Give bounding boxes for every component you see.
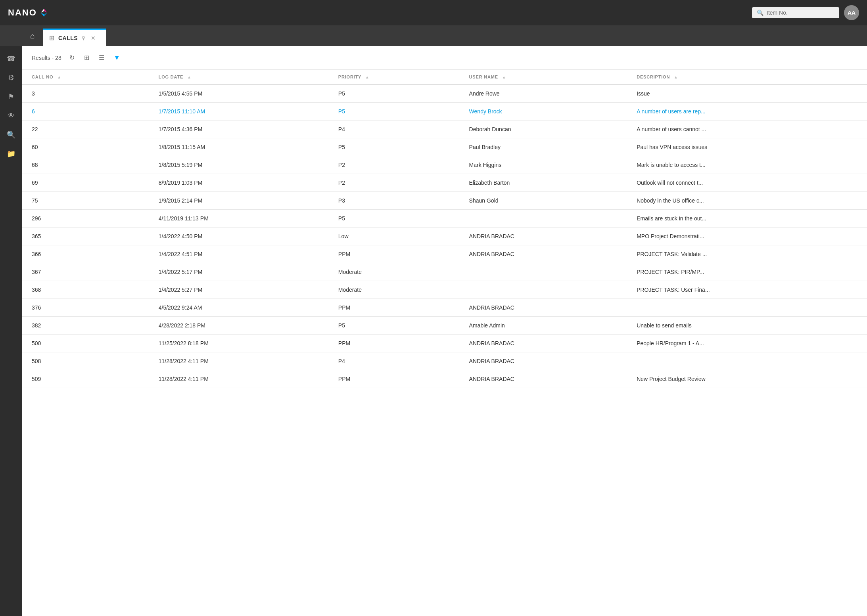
cell-log-date: 1/4/2022 4:50 PM [149,228,329,245]
cell-log-date: 11/25/2022 8:18 PM [149,335,329,352]
cell-priority: PPM [329,370,460,388]
cell-user-name: ANDRIA BRADAC [460,228,627,245]
cell-call-no: 365 [22,228,149,245]
table-row[interactable]: 61/7/2015 11:10 AMP5Wendy BrockA number … [22,103,867,121]
view-grid-button[interactable]: ⊞ [82,52,91,63]
results-label: Results - 28 [32,55,61,61]
table-row[interactable]: 698/9/2019 1:03 PMP2Elizabeth BartonOutl… [22,174,867,192]
sort-priority-icon: ▲ [365,75,370,79]
cell-log-date: 8/9/2019 1:03 PM [149,174,329,192]
sidebar-item-folder[interactable]: 📁 [3,146,19,162]
table-row[interactable]: 3671/4/2022 5:17 PMModeratePROJECT TASK:… [22,263,867,281]
cell-priority: P5 [329,138,460,156]
logo-icon [38,7,50,18]
sort-user-name-icon: ▲ [502,75,506,79]
search-input[interactable] [767,10,834,16]
col-call-no[interactable]: CALL NO ▲ [22,70,149,84]
svg-marker-0 [44,9,47,13]
cell-log-date: 1/4/2022 5:17 PM [149,263,329,281]
phone-icon: ☎ [7,54,15,63]
table-row[interactable]: 221/7/2015 4:36 PMP4Deborah DuncanA numb… [22,121,867,138]
cell-priority: Moderate [329,281,460,299]
cell-user-name: Wendy Brock [460,103,627,121]
sidebar-item-calls[interactable]: ☎ [3,51,19,67]
cell-user-name: ANDRIA BRADAC [460,245,627,263]
svg-marker-1 [41,9,44,13]
table-row[interactable]: 3681/4/2022 5:27 PMModeratePROJECT TASK:… [22,281,867,299]
cell-log-date: 11/28/2022 4:11 PM [149,370,329,388]
logo-text: NANO [8,8,37,18]
table-row[interactable]: 601/8/2015 11:15 AMP5Paul BradleyPaul ha… [22,138,867,156]
table-row[interactable]: 681/8/2015 5:19 PMP2Mark HigginsMark is … [22,156,867,174]
col-log-date[interactable]: LOG DATE ▲ [149,70,329,84]
table-row[interactable]: 31/5/2015 4:55 PMP5Andre RoweIssue [22,84,867,103]
table-row[interactable]: 50911/28/2022 4:11 PMPPMANDRIA BRADACNew… [22,370,867,388]
table-row[interactable]: 3651/4/2022 4:50 PMLowANDRIA BRADACMPO P… [22,228,867,245]
eye-icon: 👁 [8,112,15,120]
cell-log-date: 1/7/2015 11:10 AM [149,103,329,121]
table-row[interactable]: 50811/28/2022 4:11 PMP4ANDRIA BRADAC [22,352,867,370]
pin-icon[interactable]: ⚲ [82,35,85,41]
cell-priority: P5 [329,317,460,335]
cell-log-date: 1/8/2015 11:15 AM [149,138,329,156]
filter-button[interactable]: ▼ [112,53,122,63]
table-row[interactable]: 50011/25/2022 8:18 PMPPMANDRIA BRADACPeo… [22,335,867,352]
cell-user-name [460,281,627,299]
table-row[interactable]: 3764/5/2022 9:24 AMPPMANDRIA BRADAC [22,299,867,317]
cell-log-date: 1/9/2015 2:14 PM [149,192,329,210]
cell-description: PROJECT TASK: PIR/MP... [627,263,867,281]
cell-user-name: Amable Admin [460,317,627,335]
cell-user-name: ANDRIA BRADAC [460,335,627,352]
cell-call-no: 60 [22,138,149,156]
cell-priority: P5 [329,210,460,228]
cell-call-no: 368 [22,281,149,299]
cell-description [627,352,867,370]
table-row[interactable]: 3824/28/2022 2:18 PMP5Amable AdminUnable… [22,317,867,335]
sidebar: ☎ ⚙ ⚑ 👁 🔍 📁 [0,46,22,616]
cell-description: Mark is unable to access t... [627,156,867,174]
table-row[interactable]: 3661/4/2022 4:51 PMPPMANDRIA BRADACPROJE… [22,245,867,263]
cell-user-name [460,210,627,228]
cell-priority: Moderate [329,263,460,281]
cell-description: Issue [627,84,867,103]
col-description[interactable]: DESCRIPTION ▲ [627,70,867,84]
cell-description: Unable to send emails [627,317,867,335]
svg-marker-3 [44,13,47,17]
col-user-name[interactable]: USER NAME ▲ [460,70,627,84]
calls-tab[interactable]: ⊞ CALLS ⚲ ✕ [43,29,106,46]
cell-user-name: Elizabeth Barton [460,174,627,192]
logo: NANO [8,7,50,18]
cell-priority: PPM [329,299,460,317]
home-tab[interactable]: ⌂ [22,25,43,46]
main-content: Results - 28 ↻ ⊞ ☰ ▼ CALL NO ▲ LOG DATE … [22,46,867,616]
search-box[interactable]: 🔍 [752,7,839,18]
cell-call-no: 367 [22,263,149,281]
cell-user-name: Andre Rowe [460,84,627,103]
sidebar-item-view[interactable]: 👁 [3,108,19,124]
sidebar-item-search[interactable]: 🔍 [3,127,19,143]
cell-user-name: Deborah Duncan [460,121,627,138]
cell-priority: PPM [329,245,460,263]
avatar[interactable]: AA [844,5,859,20]
flag-icon: ⚑ [8,92,14,101]
sidebar-item-flags[interactable]: ⚑ [3,89,19,105]
cell-priority: Low [329,228,460,245]
cell-priority: P5 [329,84,460,103]
cell-description: Paul has VPN access issues [627,138,867,156]
cell-priority: P2 [329,156,460,174]
refresh-button[interactable]: ↻ [68,52,76,63]
table-row[interactable]: 2964/11/2019 11:13 PMP5Emails are stuck … [22,210,867,228]
sidebar-item-settings[interactable]: ⚙ [3,70,19,86]
table-header: CALL NO ▲ LOG DATE ▲ PRIORITY ▲ USER NAM… [22,70,867,84]
cell-call-no: 69 [22,174,149,192]
table-row[interactable]: 751/9/2015 2:14 PMP3Shaun GoldNobody in … [22,192,867,210]
view-list-button[interactable]: ☰ [97,52,106,63]
cell-description [627,299,867,317]
cell-priority: P3 [329,192,460,210]
topbar-right: 🔍 AA [752,5,859,20]
cell-description: MPO Project Demonstrati... [627,228,867,245]
cell-call-no: 382 [22,317,149,335]
close-tab-button[interactable]: ✕ [91,35,96,41]
cell-description: PROJECT TASK: Validate ... [627,245,867,263]
col-priority[interactable]: PRIORITY ▲ [329,70,460,84]
